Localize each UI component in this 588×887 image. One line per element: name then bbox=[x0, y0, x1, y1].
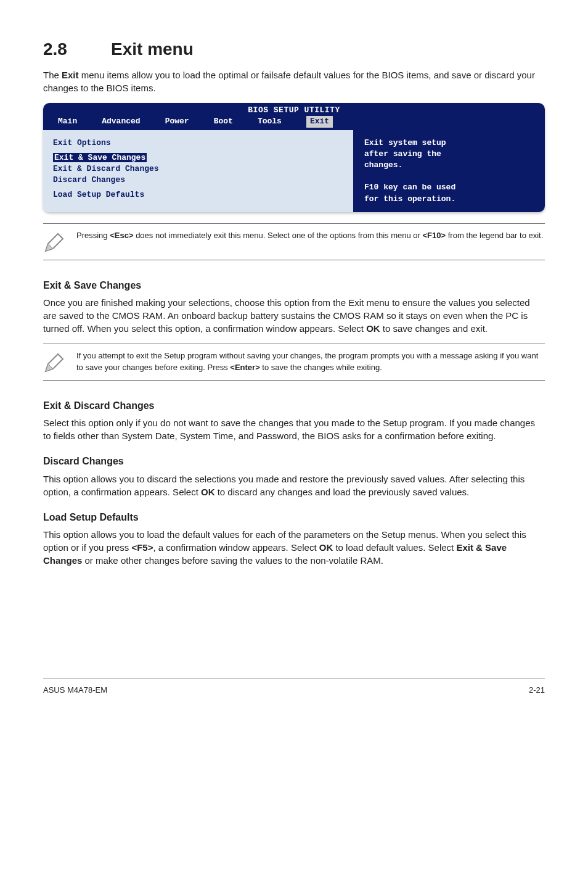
bios-item: Discard Changes bbox=[53, 175, 343, 186]
bios-tab-power: Power bbox=[165, 116, 189, 127]
discard-paragraph: This option allows you to discard the se… bbox=[43, 472, 545, 498]
bios-tab-main: Main bbox=[58, 116, 77, 127]
bios-item: Exit & Discard Changes bbox=[53, 163, 343, 175]
save-paragraph: Once you are finished making your select… bbox=[43, 296, 545, 335]
bios-body: Exit Options Exit & Save Changes Exit & … bbox=[43, 130, 545, 212]
pencil-icon bbox=[43, 352, 65, 374]
heading-title: Exit menu bbox=[111, 39, 194, 59]
note-block: If you attempt to exit the Setup program… bbox=[43, 344, 545, 381]
bios-title: BIOS SETUP UTILITY bbox=[43, 103, 545, 116]
bios-tab-exit: Exit bbox=[306, 116, 333, 127]
subheading-save: Exit & Save Changes bbox=[43, 279, 545, 292]
bios-screenshot: BIOS SETUP UTILITY Main Advanced Power B… bbox=[43, 103, 545, 212]
intro-paragraph: The Exit menu items allow you to load th… bbox=[43, 68, 545, 94]
section-heading: 2.8Exit menu bbox=[43, 37, 545, 61]
subheading-load-defaults: Load Setup Defaults bbox=[43, 511, 545, 524]
footer-left: ASUS M4A78-EM bbox=[43, 685, 107, 696]
subheading-discard: Discard Changes bbox=[43, 455, 545, 468]
load-defaults-paragraph: This option allows you to load the defau… bbox=[43, 528, 545, 567]
page-footer: ASUS M4A78-EM 2-21 bbox=[43, 678, 545, 696]
subheading-exit-discard: Exit & Discard Changes bbox=[43, 399, 545, 413]
bios-tab-row: Main Advanced Power Boot Tools Exit bbox=[43, 116, 545, 130]
bios-tab-tools: Tools bbox=[258, 116, 282, 127]
bios-item: Load Setup Defaults bbox=[53, 189, 343, 200]
bios-item: Exit & Save Changes bbox=[53, 152, 343, 163]
heading-number: 2.8 bbox=[43, 37, 111, 61]
note-text: If you attempt to exit the Setup program… bbox=[76, 350, 545, 374]
note-text: Pressing <Esc> does not immediately exit… bbox=[76, 230, 543, 242]
bios-tab-boot: Boot bbox=[214, 116, 233, 127]
bios-item: Exit Options bbox=[53, 138, 343, 149]
note-block: Pressing <Esc> does not immediately exit… bbox=[43, 223, 545, 260]
pencil-icon bbox=[43, 231, 65, 254]
bios-help-pane: Exit system setup after saving the chang… bbox=[353, 130, 545, 212]
bios-tab-advanced: Advanced bbox=[102, 116, 140, 127]
footer-page-number: 2-21 bbox=[529, 685, 545, 696]
exit-discard-paragraph: Select this option only if you do not wa… bbox=[43, 416, 545, 442]
bios-left-pane: Exit Options Exit & Save Changes Exit & … bbox=[43, 130, 353, 212]
